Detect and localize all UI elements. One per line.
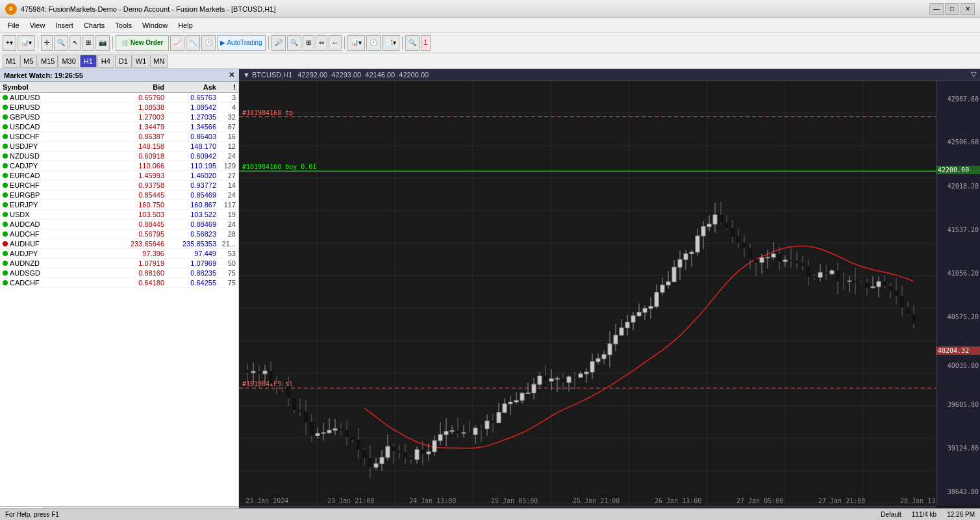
menu-charts[interactable]: Charts bbox=[79, 20, 110, 31]
chart-area: ▼ BTCUSD,H1 42292.00 42293.00 42146.00 4… bbox=[239, 69, 980, 520]
mw-bid: 0.56795 bbox=[112, 230, 164, 238]
market-watch-row[interactable]: AUDSGD 0.88160 0.88235 75 bbox=[0, 268, 238, 278]
tf-h1[interactable]: H1 bbox=[80, 55, 97, 68]
mw-dot bbox=[3, 183, 8, 188]
search-button[interactable]: 🔍 bbox=[405, 35, 420, 51]
price-label: 42987.60 bbox=[948, 96, 979, 103]
market-watch-row[interactable]: EURGBP 0.85445 0.85469 24 bbox=[0, 190, 238, 200]
mw-ask: 0.65763 bbox=[164, 94, 216, 101]
crosshair-button[interactable]: ✛ bbox=[41, 35, 53, 51]
mw-dot bbox=[3, 202, 8, 207]
market-watch-row[interactable]: USDCHF 0.86387 0.86403 16 bbox=[0, 132, 238, 142]
mw-ask: 0.88235 bbox=[164, 269, 216, 277]
app-logo: P bbox=[5, 3, 17, 15]
menu-window[interactable]: Window bbox=[137, 20, 173, 31]
chart-autoscroll-button[interactable]: ↔ bbox=[329, 35, 342, 51]
tf-h4[interactable]: H4 bbox=[97, 55, 114, 68]
mw-symbol-text: AUDCHF bbox=[10, 230, 40, 238]
template-button[interactable]: 📑▾ bbox=[382, 35, 399, 51]
market-watch-row[interactable]: EURCHF 0.93758 0.93772 14 bbox=[0, 181, 238, 190]
mw-spread: 21... bbox=[216, 240, 236, 248]
zoom-in-button[interactable]: 🔍 bbox=[54, 35, 68, 51]
market-watch-row[interactable]: EURUSD 1.08538 1.08542 4 bbox=[0, 103, 238, 112]
chart-scroll-button[interactable]: ⇔ bbox=[316, 35, 327, 51]
new-order-button[interactable]: 🛒 New Order bbox=[116, 35, 170, 51]
history-button[interactable]: 🕐 bbox=[201, 35, 216, 51]
close-button[interactable]: ✕ bbox=[961, 3, 975, 15]
mw-dot bbox=[3, 231, 8, 237]
tf-m1[interactable]: M1 bbox=[3, 55, 19, 68]
clock-button[interactable]: 🕐 bbox=[366, 35, 381, 51]
market-watch-row[interactable]: EURJPY 160.750 160.867 117 bbox=[0, 200, 238, 210]
mw-symbol-name: AUDSGD bbox=[3, 269, 112, 277]
market-watch-row[interactable]: EURCAD 1.45993 1.46020 27 bbox=[0, 171, 238, 181]
mw-dot bbox=[3, 114, 8, 120]
mw-bid: 160.750 bbox=[112, 201, 164, 209]
chart-canvas[interactable] bbox=[239, 81, 936, 506]
notification-button[interactable]: 1 bbox=[421, 35, 431, 51]
tf-mn[interactable]: MN bbox=[150, 55, 168, 68]
tf-m15[interactable]: M15 bbox=[38, 55, 58, 68]
chart-type-button[interactable]: 📊▾ bbox=[18, 35, 35, 51]
zoom-in-chart-button[interactable]: 🔍 bbox=[287, 35, 301, 51]
market-watch-row[interactable]: CADCHF 0.64180 0.64255 75 bbox=[0, 278, 238, 288]
indicators-button[interactable]: 📊▾ bbox=[347, 35, 365, 51]
market-watch-row[interactable]: USDX 103.503 103.522 19 bbox=[0, 210, 238, 220]
mw-ask: 0.64255 bbox=[164, 279, 216, 287]
market-watch-row[interactable]: AUDCHF 0.56795 0.56823 28 bbox=[0, 229, 238, 239]
mw-symbol-text: USDJPY bbox=[10, 142, 38, 150]
tf-w1[interactable]: W1 bbox=[132, 55, 150, 68]
market-watch-row[interactable]: AUDNZD 1.07919 1.07969 50 bbox=[0, 259, 238, 268]
minimize-button[interactable]: — bbox=[929, 3, 944, 15]
mw-spread: 87 bbox=[216, 123, 236, 131]
mw-spread: 16 bbox=[216, 133, 236, 140]
chart-grid-button[interactable]: ⊞ bbox=[303, 35, 314, 51]
menu-tools[interactable]: Tools bbox=[110, 20, 137, 31]
market-watch-row[interactable]: NZDUSD 0.60918 0.60942 24 bbox=[0, 151, 238, 161]
menu-help[interactable]: Help bbox=[173, 20, 198, 31]
market-watch-row[interactable]: USDCAD 1.34479 1.34566 87 bbox=[0, 122, 238, 132]
market-watch-row[interactable]: GBPUSD 1.27003 1.27035 32 bbox=[0, 112, 238, 122]
market-watch-row[interactable]: CADJPY 110.066 110.195 129 bbox=[0, 161, 238, 171]
market-watch-row[interactable]: USDJPY 148.158 148.170 12 bbox=[0, 142, 238, 151]
mw-spread: 3 bbox=[216, 94, 236, 101]
market-watch-row[interactable]: AUDCAD 0.88445 0.88469 24 bbox=[0, 220, 238, 229]
mw-symbol-text: EURGBP bbox=[10, 191, 40, 199]
red-price-box: 40204.32 bbox=[936, 346, 980, 355]
zoom-out-chart-button[interactable]: 🔎 bbox=[271, 35, 286, 51]
new-session-button[interactable]: +▾ bbox=[3, 35, 16, 51]
order-sell-button[interactable]: 📉 bbox=[186, 35, 200, 51]
tf-m30[interactable]: M30 bbox=[58, 55, 79, 68]
menu-insert[interactable]: Insert bbox=[50, 20, 79, 31]
tf-m5[interactable]: M5 bbox=[20, 55, 37, 68]
market-watch-title: Market Watch: 19:26:55 bbox=[4, 72, 83, 79]
price-label: 42506.60 bbox=[948, 138, 979, 146]
mw-symbol-name: USDCAD bbox=[3, 123, 112, 131]
mw-spread: 12 bbox=[216, 142, 236, 150]
market-watch-row[interactable]: AUDUSD 0.65760 0.65763 3 bbox=[0, 93, 238, 103]
menu-file[interactable]: File bbox=[3, 20, 25, 31]
market-watch-columns: Symbol Bid Ask ! bbox=[0, 82, 238, 93]
mw-spread: 4 bbox=[216, 103, 236, 111]
mw-ask: 0.60942 bbox=[164, 152, 216, 160]
mw-bid: 1.34479 bbox=[112, 123, 164, 131]
mw-ask: 1.34566 bbox=[164, 123, 216, 131]
maximize-button[interactable]: □ bbox=[945, 3, 959, 15]
tf-d1[interactable]: D1 bbox=[115, 55, 132, 68]
screenshot-button[interactable]: 📷 bbox=[95, 35, 110, 51]
autotrading-button[interactable]: ▶ AutoTrading bbox=[217, 35, 265, 51]
market-watch-header: Market Watch: 19:26:55 ✕ bbox=[0, 69, 238, 82]
mw-ask: 0.88469 bbox=[164, 220, 216, 228]
col-ask: Ask bbox=[164, 83, 216, 91]
menu-view[interactable]: View bbox=[25, 20, 51, 31]
order-buy-button[interactable]: 📈 bbox=[170, 35, 184, 51]
chart-canvas-container[interactable]: AUDUSD,H4 EURUSD,H4 GBPUSD,Daily USDCAD,… bbox=[239, 81, 980, 520]
cursor-button[interactable]: ↖ bbox=[69, 35, 81, 51]
market-watch-row[interactable]: AUDJPY 97.396 97.449 53 bbox=[0, 249, 238, 259]
period-button[interactable]: ⊞ bbox=[82, 35, 94, 51]
market-watch-row[interactable]: AUDHUF 233.65646 235.85353 21... bbox=[0, 239, 238, 249]
mw-spread: 75 bbox=[216, 269, 236, 277]
mw-ask: 1.07969 bbox=[164, 259, 216, 267]
market-watch-close[interactable]: ✕ bbox=[229, 71, 234, 79]
window-title: 475984: FusionMarkets-Demo - Demo Accoun… bbox=[21, 5, 929, 13]
